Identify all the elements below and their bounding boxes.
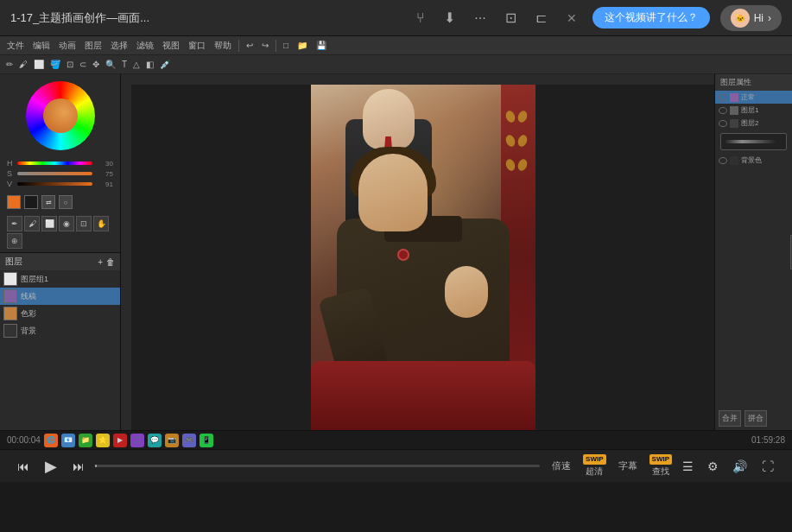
- taskbar-icon-6[interactable]: 🎵: [130, 434, 144, 447]
- menu-file[interactable]: 文件: [3, 39, 28, 53]
- layer-name-2: 色彩: [21, 308, 36, 320]
- taskbar-icon-5[interactable]: ▶: [113, 434, 127, 447]
- toolbar-sep: [238, 40, 239, 52]
- delete-layer-btn[interactable]: 🗑: [106, 257, 115, 267]
- tool-fill[interactable]: 🪣: [48, 59, 63, 70]
- right-layer-2[interactable]: 图层2: [715, 117, 792, 130]
- sat-slider-row: S 75: [7, 169, 113, 178]
- speed-btn[interactable]: 倍速: [547, 458, 576, 474]
- tool-text[interactable]: T: [119, 59, 130, 70]
- tool-select-lasso[interactable]: ⊂: [77, 59, 89, 70]
- menu-animation[interactable]: 动画: [55, 39, 79, 53]
- progress-bar[interactable]: [95, 465, 540, 467]
- save-icon[interactable]: 💾: [313, 40, 330, 51]
- taskbar-icon-7[interactable]: 💬: [148, 434, 162, 447]
- layer-label: 正常: [741, 92, 755, 102]
- subtitle-btn[interactable]: 字幕: [613, 458, 643, 474]
- layers-scroll[interactable]: 图层组1 线稿 色彩 背景: [0, 270, 120, 339]
- hi-btn[interactable]: 🐱 Hi ›: [720, 5, 782, 31]
- share-icon[interactable]: ⑂: [412, 9, 429, 28]
- menu-help[interactable]: 帮助: [211, 39, 235, 53]
- tool-eraser[interactable]: ⬜: [31, 59, 47, 70]
- val-slider[interactable]: [17, 182, 92, 186]
- pen-tool-btn[interactable]: ✒: [7, 216, 22, 231]
- left-panel: H 30 S 75 V 91 ⇄ ○ ✒ 🖌: [0, 74, 121, 430]
- tool-gradient[interactable]: ◧: [143, 59, 156, 70]
- taskbar-icon-1[interactable]: 🌐: [44, 434, 58, 447]
- layer-label-1: 图层1: [741, 105, 758, 115]
- toolbar-sep2: [276, 40, 276, 52]
- layer-item-active[interactable]: 线稿: [0, 288, 120, 305]
- tool-pencil[interactable]: ✏: [3, 59, 16, 70]
- redo-icon[interactable]: ↪: [258, 40, 272, 51]
- taskbar-icon-2[interactable]: 📧: [61, 434, 75, 447]
- hue-slider[interactable]: [17, 162, 92, 165]
- skip-to-end-btn[interactable]: ⏭: [69, 458, 88, 475]
- flatten-btn[interactable]: 拼合: [744, 410, 767, 427]
- sat-slider[interactable]: [17, 172, 92, 175]
- tool-shape[interactable]: △: [130, 59, 143, 70]
- foreground-color[interactable]: [7, 195, 21, 209]
- menu-layer[interactable]: 图层: [81, 39, 105, 53]
- zoom-tool-btn[interactable]: ⊕: [7, 233, 22, 249]
- add-layer-btn[interactable]: +: [98, 257, 103, 267]
- tool-brush[interactable]: 🖌: [16, 59, 30, 70]
- menu-view[interactable]: 视图: [159, 39, 183, 53]
- hand-right: [445, 266, 488, 318]
- tool-select-rect[interactable]: ⊡: [64, 59, 76, 70]
- taskbar-icon-9[interactable]: 🎮: [182, 434, 196, 447]
- layer-item[interactable]: 图层组1: [0, 270, 120, 288]
- fit-icon[interactable]: ⊏: [531, 8, 551, 28]
- taskbar-icon-3[interactable]: 📁: [79, 434, 92, 447]
- tool-eyedrop[interactable]: 💉: [157, 59, 173, 70]
- download-icon[interactable]: ⬇: [440, 8, 459, 28]
- fill-tool-btn[interactable]: ◉: [59, 216, 74, 231]
- brush-tool-btn[interactable]: 🖌: [24, 216, 40, 231]
- layer-color-box-3: [730, 156, 738, 165]
- taskbar-icon-4[interactable]: ⭐: [96, 434, 110, 447]
- skip-to-start-btn[interactable]: ⏮: [14, 458, 33, 475]
- hand-tool-btn[interactable]: ✋: [93, 216, 109, 231]
- right-panel-title: 图层属性: [720, 78, 751, 86]
- menu-edit[interactable]: 编辑: [29, 39, 54, 53]
- playlist-btn[interactable]: ☰: [679, 458, 697, 475]
- merge-btn[interactable]: 合并: [719, 410, 741, 427]
- taskbar-icon-10[interactable]: 📱: [200, 434, 213, 447]
- layer-item-2[interactable]: 色彩: [0, 305, 120, 322]
- swap-colors-btn[interactable]: ⇄: [41, 195, 55, 209]
- fullscreen-btn[interactable]: ⛶: [757, 458, 778, 475]
- menu-window[interactable]: 窗口: [185, 39, 209, 53]
- menu-select[interactable]: 选择: [107, 39, 131, 53]
- pip-icon[interactable]: ⊡: [501, 8, 521, 28]
- play-btn[interactable]: ▶: [40, 455, 62, 478]
- canvas-center[interactable]: [131, 85, 714, 430]
- right-layer-1[interactable]: 图层1: [715, 104, 792, 117]
- butterfly-3: [506, 159, 527, 173]
- quality-btn[interactable]: SWIP 超清: [583, 454, 605, 478]
- menu-filter[interactable]: 滤镜: [133, 39, 157, 53]
- volume-btn[interactable]: 🔊: [729, 458, 751, 475]
- tool-zoom[interactable]: 🔍: [103, 59, 118, 70]
- right-layer-normal[interactable]: 正常: [715, 91, 792, 104]
- sat-value: 75: [96, 170, 113, 178]
- tool-move[interactable]: ✥: [90, 59, 102, 70]
- background-color[interactable]: [24, 195, 38, 209]
- layer-item-bg[interactable]: 背景: [0, 322, 120, 339]
- reset-colors-btn[interactable]: ○: [59, 195, 73, 209]
- close-icon[interactable]: ✕: [561, 10, 582, 27]
- val-label: V: [7, 180, 14, 188]
- color-wheel[interactable]: [26, 81, 95, 150]
- more-icon[interactable]: ···: [470, 9, 490, 28]
- main-area: H 30 S 75 V 91 ⇄ ○ ✒ 🖌: [0, 74, 792, 430]
- eraser-tool-btn[interactable]: ⬜: [41, 216, 57, 231]
- undo-icon[interactable]: ↩: [243, 40, 257, 51]
- open-icon[interactable]: 📁: [294, 40, 311, 51]
- layers-panel: 图层 + 🗑 图层组1 线稿 色彩 背景: [0, 252, 120, 430]
- search-chapter-btn[interactable]: SWIP 查找: [649, 454, 672, 478]
- settings-btn[interactable]: ⚙: [704, 458, 722, 475]
- ask-btn[interactable]: 这个视频讲了什么？: [592, 7, 710, 28]
- right-layer-3[interactable]: 背景色: [715, 154, 792, 167]
- select-tool-btn[interactable]: ⊡: [76, 216, 92, 231]
- new-icon[interactable]: □: [280, 40, 292, 51]
- taskbar-icon-8[interactable]: 📷: [165, 434, 179, 447]
